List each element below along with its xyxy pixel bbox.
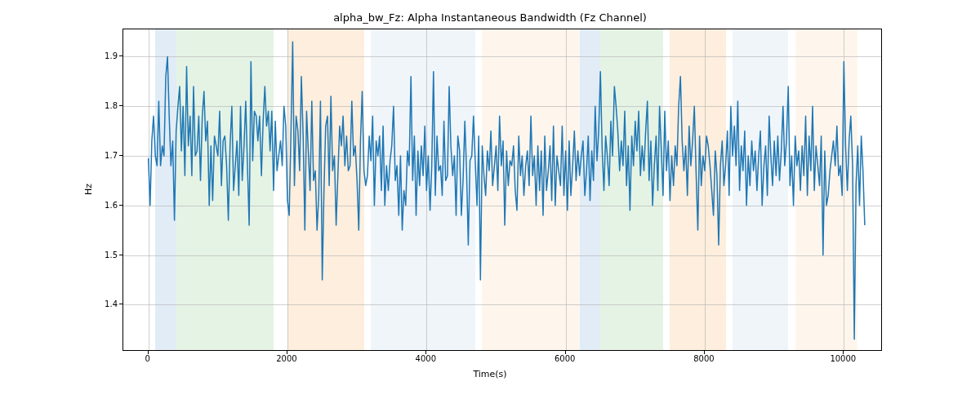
x-tick bbox=[148, 351, 149, 354]
y-tick bbox=[119, 255, 122, 255]
y-tick bbox=[119, 304, 122, 304]
chart-title: alpha_bw_Fz: Alpha Instantaneous Bandwid… bbox=[0, 11, 980, 24]
plot-area bbox=[122, 29, 882, 351]
x-tick bbox=[565, 351, 566, 354]
x-axis-label: Time(s) bbox=[0, 369, 980, 379]
y-tick-label: 1.4 bbox=[85, 299, 118, 308]
data-line bbox=[123, 29, 882, 351]
x-tick-label: 0 bbox=[145, 354, 149, 363]
y-tick-label: 1.9 bbox=[85, 51, 118, 60]
y-tick bbox=[119, 205, 122, 206]
y-tick bbox=[119, 55, 122, 56]
x-tick bbox=[843, 351, 844, 354]
x-tick bbox=[287, 351, 287, 354]
x-tick-label: 2000 bbox=[276, 354, 296, 363]
series-line bbox=[149, 42, 865, 339]
x-tick-label: 10000 bbox=[830, 354, 856, 363]
y-tick-label: 1.8 bbox=[85, 101, 118, 110]
y-tick-label: 1.7 bbox=[85, 150, 118, 159]
x-tick bbox=[704, 351, 705, 354]
y-tick-label: 1.5 bbox=[85, 250, 118, 259]
x-tick-label: 6000 bbox=[555, 354, 575, 363]
y-tick bbox=[119, 155, 122, 156]
y-tick-label: 1.6 bbox=[85, 200, 118, 209]
x-tick-label: 4000 bbox=[416, 354, 436, 363]
x-tick bbox=[425, 351, 426, 354]
y-axis-label: Hz bbox=[83, 184, 94, 195]
x-tick-label: 8000 bbox=[693, 354, 714, 363]
figure: alpha_bw_Fz: Alpha Instantaneous Bandwid… bbox=[0, 0, 980, 408]
y-tick bbox=[119, 105, 122, 106]
